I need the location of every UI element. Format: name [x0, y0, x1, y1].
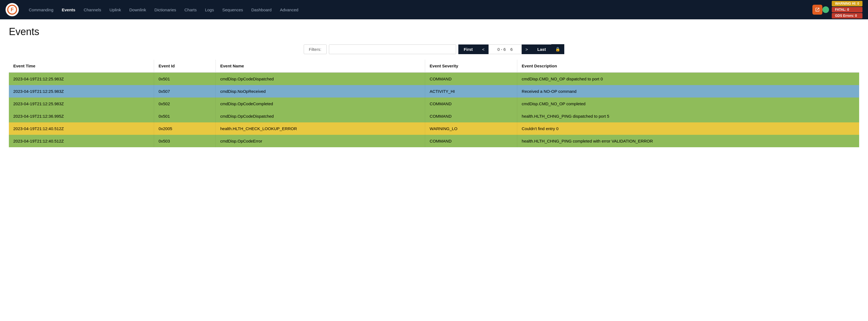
- event-severity: WARNING_LO: [425, 122, 517, 135]
- event-description: Couldn't find entry 0: [517, 122, 859, 135]
- page-title: Events: [9, 26, 859, 38]
- event-name: cmdDisp.OpCodeError: [216, 135, 425, 147]
- status-area: WARNING HI: 0 FATAL: 0 GDS Errors: 0: [823, 1, 863, 19]
- table-header-row: Event TimeEvent IdEvent NameEvent Severi…: [9, 60, 859, 72]
- status-badges: WARNING HI: 0 FATAL: 0 GDS Errors: 0: [832, 1, 863, 19]
- event-id: 0x503: [154, 135, 216, 147]
- table-row[interactable]: 2023-04-19T21:12:40.512Z0x503cmdDisp.OpC…: [9, 135, 859, 147]
- table-row[interactable]: 2023-04-19T21:12:40.512Z0x2005health.HLT…: [9, 122, 859, 135]
- event-name: cmdDisp.NoOpReceived: [216, 85, 425, 98]
- logo-letter: F: [11, 7, 14, 12]
- pagination: First < 0 - 6 6 > Last 🔒: [458, 44, 564, 54]
- col-header-event-name: Event Name: [216, 60, 425, 72]
- page-total-text: 6: [510, 47, 513, 52]
- event-id: 0x507: [154, 85, 216, 98]
- main-content: Events Filters: First < 0 - 6 6 > Last 🔒…: [0, 19, 868, 154]
- external-link-button[interactable]: [812, 5, 823, 15]
- page-range: 0 - 6 6: [489, 44, 522, 54]
- prev-page-button[interactable]: <: [478, 44, 489, 54]
- event-severity: COMMAND: [425, 72, 517, 85]
- event-description: cmdDisp.CMD_NO_OP dispatched to port 0: [517, 72, 859, 85]
- event-severity: COMMAND: [425, 98, 517, 110]
- nav-link-dictionaries[interactable]: Dictionaries: [151, 6, 179, 14]
- event-name: cmdDisp.OpCodeDispatched: [216, 110, 425, 122]
- col-header-event-time: Event Time: [9, 60, 154, 72]
- event-time: 2023-04-19T21:12:25.983Z: [9, 72, 154, 85]
- nav-link-commanding[interactable]: Commanding: [26, 6, 57, 14]
- app-logo[interactable]: F: [5, 3, 19, 16]
- event-time: 2023-04-19T21:12:25.983Z: [9, 85, 154, 98]
- filter-input[interactable]: [329, 44, 456, 54]
- table-row[interactable]: 2023-04-19T21:12:25.983Z0x502cmdDisp.OpC…: [9, 98, 859, 110]
- filter-bar: Filters: First < 0 - 6 6 > Last 🔒: [9, 44, 859, 54]
- table-row[interactable]: 2023-04-19T21:12:25.983Z0x507cmdDisp.NoO…: [9, 85, 859, 98]
- event-description: health.HLTH_CHNG_PING dispatched to port…: [517, 110, 859, 122]
- nav-link-logs[interactable]: Logs: [202, 6, 217, 14]
- nav-link-channels[interactable]: Channels: [80, 6, 104, 14]
- event-time: 2023-04-19T21:12:25.983Z: [9, 98, 154, 110]
- warning-hi-badge: WARNING HI: 0: [832, 1, 863, 6]
- event-id: 0x502: [154, 98, 216, 110]
- nav-link-charts[interactable]: Charts: [181, 6, 200, 14]
- nav-link-dashboard[interactable]: Dashboard: [248, 6, 275, 14]
- events-table: Event TimeEvent IdEvent NameEvent Severi…: [9, 60, 859, 147]
- nav-links: CommandingEventsChannelsUplinkDownlinkDi…: [26, 6, 810, 14]
- nav-link-sequences[interactable]: Sequences: [219, 6, 246, 14]
- event-id: 0x2005: [154, 122, 216, 135]
- nav-link-events[interactable]: Events: [58, 6, 79, 14]
- event-time: 2023-04-19T21:12:40.512Z: [9, 135, 154, 147]
- event-name: health.HLTH_CHECK_LOOKUP_ERROR: [216, 122, 425, 135]
- event-description: health.HLTH_CHNG_PING completed with err…: [517, 135, 859, 147]
- last-page-button[interactable]: Last: [532, 44, 552, 54]
- event-id: 0x501: [154, 110, 216, 122]
- nav-link-downlink[interactable]: Downlink: [126, 6, 150, 14]
- lock-button[interactable]: 🔒: [551, 44, 564, 54]
- event-time: 2023-04-19T21:12:36.995Z: [9, 110, 154, 122]
- connection-status-dot: [823, 6, 829, 13]
- col-header-event-description: Event Description: [517, 60, 859, 72]
- event-name: cmdDisp.OpCodeDispatched: [216, 72, 425, 85]
- event-severity: COMMAND: [425, 135, 517, 147]
- navbar: F CommandingEventsChannelsUplinkDownlink…: [0, 0, 868, 19]
- event-description: Received a NO-OP command: [517, 85, 859, 98]
- event-name: cmdDisp.OpCodeCompleted: [216, 98, 425, 110]
- col-header-event-id: Event Id: [154, 60, 216, 72]
- event-id: 0x501: [154, 72, 216, 85]
- event-time: 2023-04-19T21:12:40.512Z: [9, 122, 154, 135]
- event-severity: ACTIVITY_HI: [425, 85, 517, 98]
- fatal-badge: FATAL: 0: [832, 7, 863, 12]
- col-header-event-severity: Event Severity: [425, 60, 517, 72]
- table-row[interactable]: 2023-04-19T21:12:25.983Z0x501cmdDisp.OpC…: [9, 72, 859, 85]
- page-range-text: 0 - 6: [497, 47, 506, 52]
- first-page-button[interactable]: First: [458, 44, 478, 54]
- next-page-button[interactable]: >: [522, 44, 532, 54]
- table-row[interactable]: 2023-04-19T21:12:36.995Z0x501cmdDisp.OpC…: [9, 110, 859, 122]
- nav-link-uplink[interactable]: Uplink: [106, 6, 124, 14]
- gds-errors-badge: GDS Errors: 0: [832, 13, 863, 19]
- event-severity: COMMAND: [425, 110, 517, 122]
- filter-label: Filters:: [304, 44, 327, 54]
- event-description: cmdDisp.CMD_NO_OP completed: [517, 98, 859, 110]
- nav-link-advanced[interactable]: Advanced: [277, 6, 302, 14]
